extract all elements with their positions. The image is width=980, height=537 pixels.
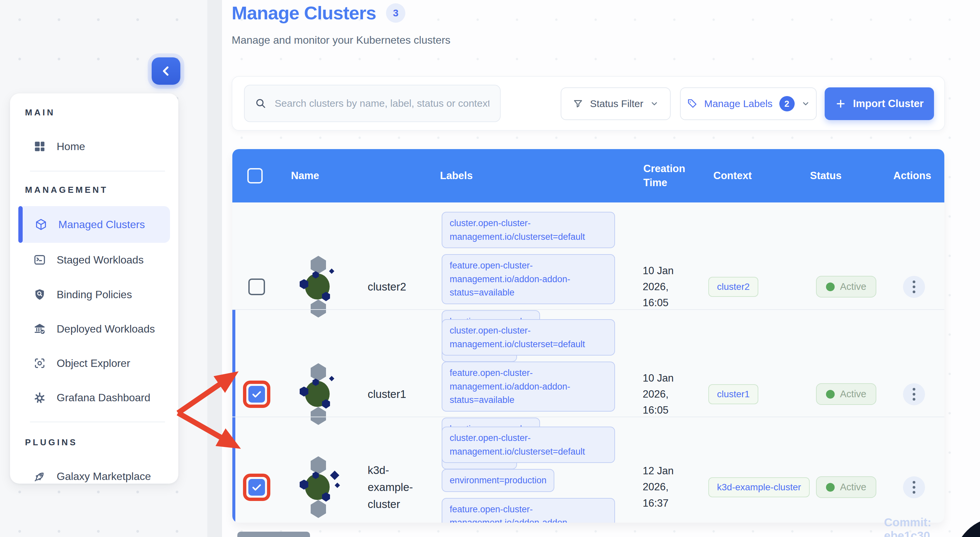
table-row-cluster2[interactable]: cluster2 cluster.open-cluster-management… (232, 202, 944, 309)
chevron-left-icon (159, 64, 173, 78)
row-checkbox-checked[interactable] (248, 479, 265, 496)
tag-icon (687, 99, 697, 109)
status-badge: Active (816, 383, 877, 405)
cluster-name: cluster2 (368, 278, 406, 295)
rocket-icon (33, 470, 46, 483)
sidebar-item-galaxy-marketplace[interactable]: Galaxy Marketplace (23, 465, 168, 487)
terminal-icon (33, 253, 46, 266)
chevron-down-icon (801, 99, 810, 108)
label-chip: cluster.open-cluster-management.io/clust… (442, 319, 615, 355)
label-chip: cluster.open-cluster-management.io/clust… (442, 212, 615, 248)
search-box[interactable] (244, 85, 501, 122)
table-header-row: Name Labels Creation Time Context Status… (232, 149, 944, 202)
context-chip: cluster1 (708, 384, 758, 404)
annotation-ring (243, 473, 270, 501)
status-filter-button[interactable]: Status Filter (561, 88, 671, 120)
page-subtitle: Manage and monitor your Kubernetes clust… (232, 34, 450, 46)
plus-icon (835, 98, 846, 109)
sidebar-item-label: Grafana Dashboard (57, 392, 150, 404)
column-header-status: Status (800, 149, 883, 202)
sidebar-item-home[interactable]: Home (23, 135, 168, 158)
labels-count-badge: 2 (780, 96, 795, 112)
cluster-name: k3d-example-cluster (368, 462, 426, 513)
sidebar-item-deployed-workloads[interactable]: Deployed Workloads (23, 318, 168, 340)
cluster-count-badge: 3 (386, 3, 405, 23)
import-cluster-label: Import Cluster (853, 98, 924, 110)
label-chip: feature.open-cluster-management.io/addon… (442, 254, 615, 304)
sidebar-item-label: Managed Clusters (58, 218, 145, 231)
bank-check-icon (33, 322, 46, 335)
row-actions-button[interactable] (903, 276, 925, 298)
search-input[interactable] (274, 97, 490, 109)
label-chip: environment=production (442, 469, 554, 492)
filter-toolbar: Status Filter Manage Labels 2 Import Clu… (232, 76, 945, 131)
page-title: Manage Clusters (232, 2, 376, 24)
column-header-labels: Labels (430, 149, 633, 202)
clusters-table: Name Labels Creation Time Context Status… (232, 149, 944, 523)
row-actions-button[interactable] (903, 476, 925, 498)
sidebar-item-label: Binding Policies (57, 288, 132, 301)
funnel-icon (573, 99, 583, 109)
row-checkbox-checked[interactable] (248, 386, 265, 403)
status-filter-label: Status Filter (590, 98, 643, 109)
sidebar-divider (30, 171, 165, 171)
sidebar-collapse-button[interactable] (152, 57, 180, 85)
scrollbar-track[interactable] (207, 0, 222, 537)
table-row-cluster1[interactable]: cluster1 cluster.open-cluster-management… (232, 309, 944, 417)
row-checkbox[interactable] (248, 279, 265, 295)
label-chip: cluster.open-cluster-management.io/clust… (442, 427, 615, 463)
creation-time: 10 Jan 2026, 16:05 (643, 263, 693, 311)
sidebar-item-managed-clusters[interactable]: Managed Clusters (18, 206, 170, 243)
cube-icon (34, 218, 48, 231)
sidebar-item-label: Galaxy Marketplace (57, 470, 151, 483)
status-dot-icon (826, 282, 835, 291)
column-header-name: Name (281, 149, 430, 202)
context-chip: cluster2 (708, 277, 758, 297)
sidebar-item-staged-workloads[interactable]: Staged Workloads (23, 249, 168, 271)
scan-target-icon (33, 357, 46, 370)
annotation-ring (243, 381, 270, 408)
creation-time: 12 Jan 2026, 16:37 (643, 463, 693, 511)
chevron-down-icon (650, 99, 659, 108)
cluster-logo-icon (297, 455, 341, 520)
sidebar-section-main: MAIN (25, 107, 55, 118)
status-badge: Active (816, 276, 877, 298)
pagination-button-partial[interactable] (237, 532, 310, 537)
import-cluster-button[interactable]: Import Cluster (825, 88, 934, 120)
column-header-actions: Actions (883, 149, 944, 202)
shield-search-icon (33, 288, 46, 301)
sidebar-item-label: Home (57, 140, 85, 153)
column-header-creation-time: Creation Time (643, 162, 693, 190)
grafana-icon (33, 391, 46, 404)
sidebar-item-binding-policies[interactable]: Binding Policies (23, 284, 168, 306)
sidebar-item-grafana-dashboard[interactable]: Grafana Dashboard (23, 387, 168, 409)
sidebar: MAIN Home MANAGEMENT Managed Clusters St… (10, 93, 178, 484)
table-row-k3d-example-cluster[interactable]: k3d-example-cluster cluster.open-cluster… (232, 417, 944, 523)
context-chip: k3d-example-cluster (708, 477, 810, 497)
select-all-checkbox[interactable] (247, 168, 262, 183)
status-dot-icon (826, 390, 835, 398)
manage-labels-label: Manage Labels (704, 98, 772, 109)
row-actions-button[interactable] (903, 383, 925, 405)
cluster-name: cluster1 (368, 386, 406, 403)
manage-labels-button[interactable]: Manage Labels 2 (680, 88, 817, 120)
column-header-context: Context (703, 149, 800, 202)
status-badge: Active (816, 476, 877, 498)
sidebar-item-object-explorer[interactable]: Object Explorer (23, 352, 168, 374)
sidebar-divider (30, 422, 165, 422)
labels-cell: cluster.open-cluster-management.io/clust… (430, 417, 622, 523)
label-chip: feature.open-cluster-management.io/addon… (442, 362, 615, 411)
search-icon (255, 97, 267, 109)
sidebar-section-plugins: PLUGINS (25, 437, 78, 448)
creation-time: 10 Jan 2026, 16:05 (643, 370, 693, 418)
sidebar-item-label: Deployed Workloads (57, 323, 155, 335)
label-chip: feature.open-cluster-management.io/addon… (442, 498, 615, 523)
status-dot-icon (826, 483, 835, 492)
sidebar-item-label: Object Explorer (57, 357, 130, 370)
sidebar-section-management: MANAGEMENT (25, 185, 108, 195)
home-grid-icon (33, 140, 46, 153)
sidebar-item-label: Staged Workloads (57, 254, 144, 266)
